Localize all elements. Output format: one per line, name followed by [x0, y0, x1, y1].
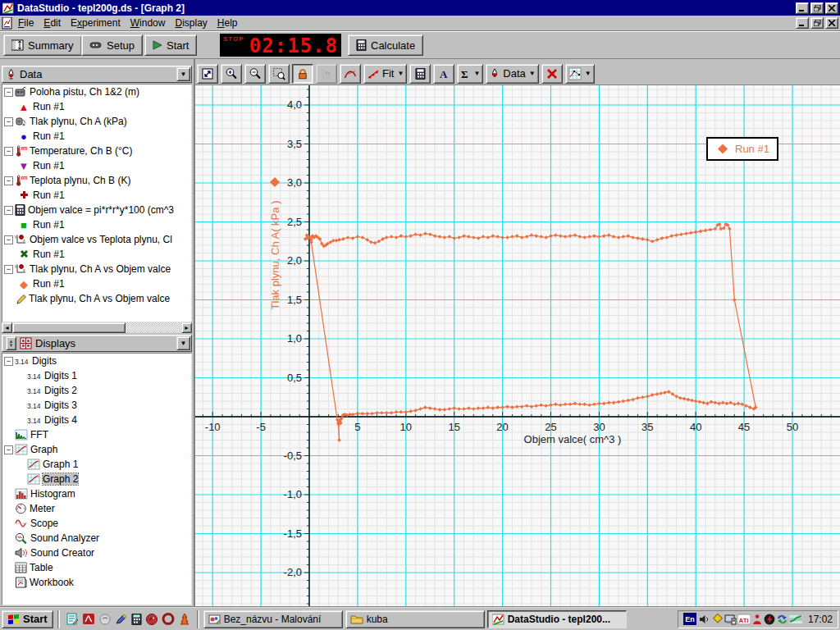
zoom-in-button[interactable] [221, 64, 242, 84]
data-tree-hscrollbar[interactable]: ◄ ► [2, 322, 192, 333]
tray-ati-icon[interactable]: ATi [737, 614, 751, 625]
tray-scheduler-icon[interactable] [711, 614, 724, 625]
calculate-button[interactable]: Calculate [348, 34, 423, 56]
delete-button[interactable] [541, 64, 563, 84]
menu-help[interactable]: Help [212, 16, 243, 30]
task-button-bez-n-zvu-malov-n-[interactable]: Bez_názvu - Malování [203, 610, 343, 628]
menu-display[interactable]: Display [170, 16, 212, 30]
tray-update-icon[interactable] [776, 614, 788, 625]
quicklaunch-calculator-icon[interactable] [131, 614, 142, 625]
tray-power-icon[interactable] [764, 614, 775, 625]
tray-modem-icon[interactable] [789, 614, 802, 625]
menu-experiment[interactable]: Experiment [66, 16, 126, 30]
display-item-sound-analyzer[interactable]: Sound Analyzer [2, 531, 191, 546]
data-source-item[interactable]: −yxObjem valce vs Teplota plynu, Cl [2, 232, 191, 247]
pressure-volume-chart[interactable]: -10-551015202530354045504,03,53,02,52,01… [195, 85, 840, 608]
data-run-item[interactable]: ●Run #1 [2, 129, 191, 144]
quicklaunch-winamp-icon[interactable] [178, 613, 191, 625]
data-run-item[interactable]: Run #1 [2, 188, 191, 203]
scale-to-fit-button[interactable] [197, 64, 218, 84]
minimize-button[interactable] [796, 2, 809, 14]
data-source-item[interactable]: −Poloha pistu, Ch 1&2 (m) [2, 84, 191, 99]
tree-collapse-icon[interactable]: − [4, 88, 13, 97]
data-dropdown[interactable]: Data▼ [486, 64, 538, 84]
data-run-item[interactable]: ◆Run #1 [2, 276, 191, 291]
data-source-item[interactable]: −RTDTemperature, Ch B (°C) [2, 144, 191, 158]
tree-collapse-icon[interactable]: − [4, 206, 13, 215]
quicklaunch-dove-icon[interactable] [98, 613, 112, 625]
tree-collapse-icon[interactable]: − [4, 265, 13, 274]
tray-antivirus-icon[interactable] [751, 614, 763, 625]
display-item-meter[interactable]: Meter [2, 501, 191, 516]
display-item-histogram[interactable]: Histogram [2, 486, 191, 501]
display-item-graph[interactable]: −Graph [2, 442, 191, 457]
tree-collapse-icon[interactable]: − [4, 357, 13, 366]
zoom-out-button[interactable] [244, 64, 266, 84]
keyboard-layout-indicator[interactable]: En [683, 613, 696, 625]
data-run-item[interactable]: ■Run #1 [2, 217, 191, 232]
data-run-item[interactable]: ▼Run #1 [2, 158, 191, 173]
statistics-dropdown[interactable]: Σ▼ [457, 64, 483, 84]
scroll-right-icon[interactable]: ► [181, 322, 192, 333]
data-source-item[interactable]: Tlak plynu, Ch A vs Objem valce [2, 291, 191, 306]
child-restore-button[interactable] [810, 17, 824, 29]
task-button-kuba[interactable]: kuba [345, 610, 485, 628]
tray-volume-icon[interactable] [698, 614, 710, 625]
tree-collapse-icon[interactable]: − [4, 445, 13, 454]
xy-tool-button[interactable]: xy [316, 64, 337, 84]
child-minimize-button[interactable] [796, 17, 809, 29]
data-source-item[interactable]: −Tlak plynu, Ch A (kPa) [2, 114, 191, 129]
close-button[interactable] [825, 2, 838, 14]
display-item-digits-1[interactable]: 3.14Digits 1 [2, 368, 191, 383]
display-item-digits[interactable]: −3.14Digits [2, 354, 191, 368]
fit-dropdown[interactable]: Fit▼ [363, 64, 407, 84]
scroll-left-icon[interactable]: ◄ [2, 322, 12, 333]
quicklaunch-dragon-icon[interactable] [145, 613, 158, 625]
text-tool-button[interactable]: A [433, 64, 454, 84]
splitter-grip[interactable]: ▲▼ [6, 336, 16, 350]
display-item-digits-2[interactable]: 3.14Digits 2 [2, 383, 191, 398]
display-item-graph-1[interactable]: Graph 1 [2, 457, 191, 472]
calculator-button[interactable] [409, 64, 431, 84]
menu-file[interactable]: File [13, 16, 39, 30]
graph-canvas[interactable]: -10-551015202530354045504,03,53,02,52,01… [195, 84, 840, 607]
summary-button[interactable]: Summary [3, 34, 82, 56]
display-item-workbook[interactable]: Workbook [2, 575, 191, 590]
scroll-thumb[interactable] [12, 322, 126, 333]
menu-edit[interactable]: Edit [39, 16, 66, 30]
tree-collapse-icon[interactable]: − [4, 147, 13, 156]
quicklaunch-pen-icon[interactable] [115, 613, 128, 625]
quicklaunch-opera-icon[interactable] [162, 613, 175, 625]
graph-settings-dropdown[interactable]: ▼ [565, 64, 595, 84]
display-item-table[interactable]: Table [2, 560, 191, 575]
title-bar[interactable]: DataStudio - tepl200g.ds - [Graph 2] [0, 0, 840, 16]
restore-button[interactable] [810, 2, 824, 14]
data-panel-header[interactable]: Data ▼ [2, 66, 192, 83]
display-item-digits-4[interactable]: 3.14Digits 4 [2, 413, 191, 427]
data-panel-dropdown[interactable]: ▼ [176, 67, 190, 81]
display-item-scope[interactable]: Scope [2, 516, 191, 531]
display-item-digits-3[interactable]: 3.14Digits 3 [2, 398, 191, 413]
quicklaunch-acrobat-icon[interactable] [82, 613, 95, 625]
slope-tool-button[interactable] [340, 64, 361, 84]
data-run-item[interactable]: ▲Run #1 [2, 99, 191, 114]
tree-collapse-icon[interactable]: − [4, 235, 13, 244]
tray-display-icon[interactable] [724, 614, 737, 625]
display-item-fft[interactable]: FFT [2, 427, 191, 442]
tree-collapse-icon[interactable]: − [4, 117, 13, 126]
task-button-datastudio[interactable]: DataStudio - tepl200... [487, 610, 627, 628]
zoom-select-button[interactable] [268, 64, 290, 84]
display-item-sound-creator[interactable]: Sound Creator [2, 546, 191, 560]
data-source-item[interactable]: −RTDTeplota plynu, Ch B (K) [2, 173, 191, 188]
quicklaunch-notepad-icon[interactable] [66, 613, 79, 625]
data-source-item[interactable]: −Objem valce = pi*r*r*y*100 (cm^3 [2, 203, 191, 217]
displays-panel-header[interactable]: ▲▼ Displays ▼ [2, 335, 192, 352]
legend[interactable]: Run #1 [707, 138, 778, 160]
child-close-button[interactable] [825, 17, 838, 29]
displays-panel-dropdown[interactable]: ▼ [176, 336, 190, 350]
start-button[interactable]: Start [144, 34, 197, 56]
setup-button[interactable]: Setup [81, 34, 143, 56]
document-chart-icon[interactable] [2, 17, 13, 30]
data-source-item[interactable]: −yxTlak plynu, Ch A vs Objem valce [2, 262, 191, 276]
start-menu-button[interactable]: Start [2, 610, 53, 628]
